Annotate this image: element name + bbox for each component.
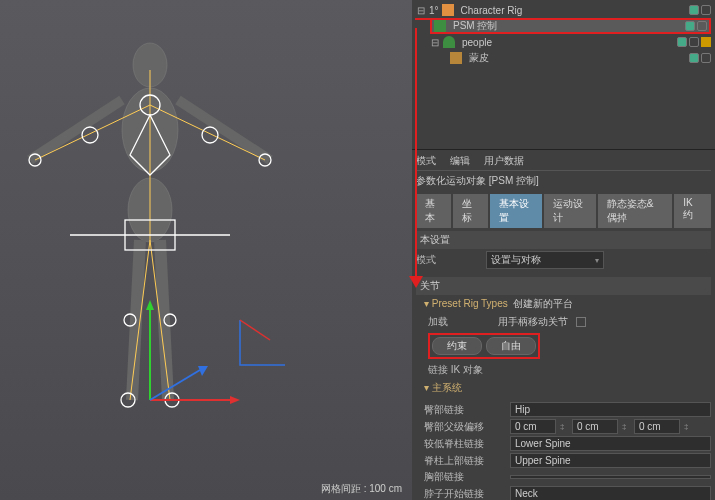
constraint-button[interactable]: 约束: [432, 337, 482, 355]
preset-rig-types-header[interactable]: Preset Rig Types 创建新的平台: [416, 295, 711, 313]
viewport-3d[interactable]: 网格间距 : 100 cm: [0, 0, 412, 500]
offset-field[interactable]: 0 cm: [572, 419, 618, 434]
menu-edit[interactable]: 编辑: [450, 154, 470, 168]
grid-spacing-label: 网格间距 : 100 cm: [321, 482, 402, 496]
free-button[interactable]: 自由: [486, 337, 536, 355]
label: 加载: [428, 315, 494, 329]
vis-dot[interactable]: [701, 5, 711, 15]
checkbox-handmove[interactable]: [576, 317, 586, 327]
joint-row: 脖子开始链接Neck: [416, 485, 711, 500]
hierarchy-item-root[interactable]: ⊟ 1° Character Rig: [416, 2, 711, 18]
label: 模式: [416, 253, 482, 267]
svg-line-28: [150, 370, 200, 400]
svg-line-30: [240, 320, 270, 340]
field-ik-link: 链接 IK 对象: [416, 361, 711, 379]
expand-icon[interactable]: ⊟: [416, 5, 426, 16]
constraint-buttons: 约束 自由: [428, 333, 540, 359]
vis-dot[interactable]: [677, 37, 687, 47]
item-label: people: [458, 37, 496, 48]
svg-line-4: [178, 100, 270, 160]
joint-label: 胸部链接: [416, 470, 506, 484]
item-label: 蒙皮: [465, 51, 493, 65]
joint-row: 胸部链接: [416, 469, 711, 485]
attr-object-title: 参数化运动对象 [PSM 控制]: [416, 171, 711, 191]
expand-icon[interactable]: ⊟: [430, 37, 440, 48]
annotation-arrow: [415, 18, 435, 20]
skin-icon: [450, 52, 462, 64]
character-wireframe: [0, 0, 412, 500]
hierarchy-item-skin[interactable]: 蒙皮: [450, 50, 711, 66]
joint-value-field[interactable]: Upper Spine: [510, 453, 711, 468]
tab-ik[interactable]: IK 约: [674, 194, 711, 228]
svg-line-3: [30, 100, 122, 160]
vis-dot[interactable]: [689, 53, 699, 63]
attribute-panel: 模式 编辑 用户数据 参数化运动对象 [PSM 控制] 基本 坐标 基本设置 运…: [412, 150, 715, 500]
label: 链接 IK 对象: [428, 363, 494, 377]
vis-dot[interactable]: [701, 53, 711, 63]
main-system-header[interactable]: 主系统: [416, 379, 711, 397]
item-label: Character Rig: [457, 5, 527, 16]
spinner-icon[interactable]: ‡: [684, 422, 692, 431]
item-label: PSM 控制: [449, 19, 501, 33]
joint-value-field[interactable]: Lower Spine: [510, 436, 711, 451]
tab-static[interactable]: 静态姿态&偶掉: [598, 194, 672, 228]
annotation-arrow: [409, 276, 423, 295]
attr-tabs: 基本 坐标 基本设置 运动设计 静态姿态&偶掉 IK 约: [416, 194, 711, 228]
attr-menu: 模式 编辑 用户数据: [416, 152, 711, 171]
hierarchy-item-people[interactable]: ⊟ people: [430, 34, 711, 50]
depth-label: 1°: [429, 5, 439, 16]
joint-row: 臀部链接Hip: [416, 401, 711, 418]
offset-field[interactable]: 0 cm: [634, 419, 680, 434]
joint-row: 较低脊柱链接Lower Spine: [416, 435, 711, 452]
hierarchy-panel[interactable]: ⊟ 1° Character Rig PSM 控制 ⊟ people 蒙皮: [412, 0, 715, 150]
joint-value-field[interactable]: [510, 475, 711, 479]
walker-icon: [434, 20, 446, 32]
tag-icon[interactable]: [701, 37, 711, 47]
svg-point-13: [82, 127, 98, 143]
joint-value-field[interactable]: Neck: [510, 486, 711, 500]
spinner-icon[interactable]: ‡: [622, 422, 630, 431]
tab-coord[interactable]: 坐标: [453, 194, 488, 228]
joint-label: 较低脊柱链接: [416, 437, 506, 451]
field-mode: 模式 设置与对称▾: [416, 249, 711, 271]
right-panel: ⊟ 1° Character Rig PSM 控制 ⊟ people 蒙皮 模式…: [412, 0, 715, 500]
tab-basic[interactable]: 基本: [416, 194, 451, 228]
tab-base-settings[interactable]: 基本设置: [490, 194, 542, 228]
vis-dot[interactable]: [689, 37, 699, 47]
section-head-joint: 关节: [416, 277, 711, 295]
svg-marker-27: [146, 300, 154, 310]
hand-move-label: 用手柄移动关节: [498, 315, 568, 329]
offset-row: 臀部父级偏移0 cm‡0 cm‡0 cm‡: [416, 418, 711, 435]
offset-label: 臀部父级偏移: [416, 420, 506, 434]
field-load: 加载 用手柄移动关节: [416, 313, 711, 331]
joint-label: 脊柱上部链接: [416, 454, 506, 468]
section-head-base: 本设置: [416, 231, 711, 249]
joint-label: 臀部链接: [416, 403, 506, 417]
tab-motion[interactable]: 运动设计: [544, 194, 596, 228]
vis-dot[interactable]: [697, 21, 707, 31]
offset-field[interactable]: 0 cm: [510, 419, 556, 434]
menu-userdata[interactable]: 用户数据: [484, 154, 524, 168]
rig-icon: [442, 4, 454, 16]
annotation-arrow: [415, 28, 417, 282]
joint-value-field[interactable]: Hip: [510, 402, 711, 417]
vis-dot[interactable]: [685, 21, 695, 31]
chevron-down-icon: ▾: [595, 256, 599, 265]
spinner-icon[interactable]: ‡: [560, 422, 568, 431]
vis-dot[interactable]: [689, 5, 699, 15]
joint-list: 臀部链接Hip臀部父级偏移0 cm‡0 cm‡0 cm‡较低脊柱链接Lower …: [416, 401, 711, 500]
joint-row: 脊柱上部链接Upper Spine: [416, 452, 711, 469]
mode-dropdown[interactable]: 设置与对称▾: [486, 251, 604, 269]
joint-label: 脖子开始链接: [416, 487, 506, 501]
svg-marker-25: [230, 396, 240, 404]
svg-point-14: [202, 127, 218, 143]
human-icon: [443, 36, 455, 48]
menu-mode[interactable]: 模式: [416, 154, 436, 168]
hierarchy-item-psm[interactable]: PSM 控制: [430, 18, 711, 34]
